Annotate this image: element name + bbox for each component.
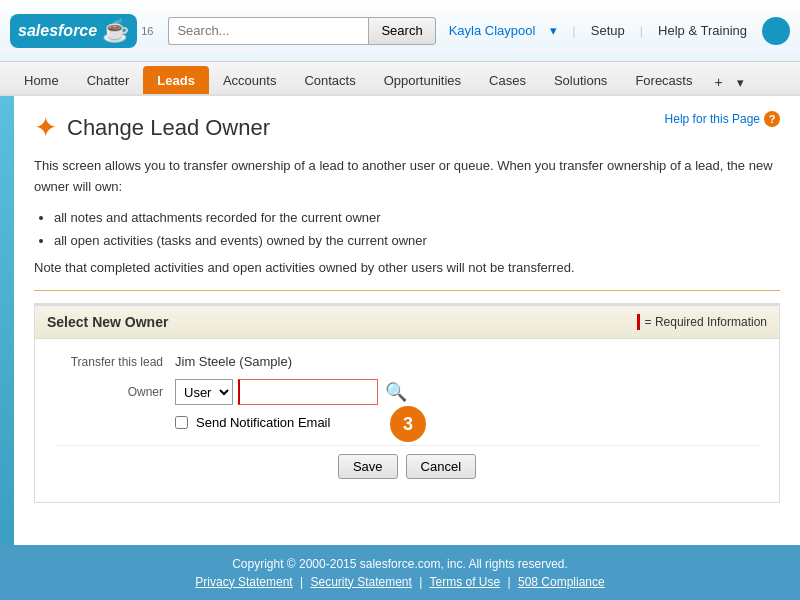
bullet-item-1: all notes and attachments recorded for t… [54,206,780,229]
header: salesforce ☕ 16 Search Kayla Claypool ▾ … [0,0,800,62]
help-for-page-link[interactable]: Help for this Page ? [665,111,780,127]
owner-name-input[interactable] [238,379,378,405]
action-buttons: Save Cancel [55,445,759,487]
lead-icon: ✦ [34,111,57,144]
note-text: Note that completed activities and open … [34,260,780,275]
nav-opportunities[interactable]: Opportunities [370,66,475,94]
step-badge: 3 [390,406,426,442]
header-links: Kayla Claypool ▾ | Setup | Help & Traini… [449,17,790,45]
logo-version: 16 [141,25,153,37]
bullet-item-2: all open activities (tasks and events) o… [54,229,780,252]
required-bar [637,314,640,330]
search-input[interactable] [168,17,368,45]
logo-icon: ☕ [102,18,129,44]
nav-contacts[interactable]: Contacts [290,66,369,94]
page-header: ✦ Change Lead Owner Help for this Page ? [34,111,780,144]
save-button[interactable]: Save [338,454,398,479]
owner-input-group: User 🔍 [175,379,409,405]
nav-forecasts[interactable]: Forecasts [621,66,706,94]
page-title: Change Lead Owner [67,115,270,141]
owner-lookup-button[interactable]: 🔍 [383,379,409,405]
avatar [762,17,790,45]
divider [34,290,780,291]
footer-copyright: Copyright © 2000-2015 salesforce.com, in… [232,557,568,571]
transfer-label: Transfer this lead [55,355,175,369]
form-panel-title: Select New Owner [47,314,168,330]
search-button[interactable]: Search [368,17,435,45]
notification-checkbox[interactable] [175,416,188,429]
footer-links: Privacy Statement | Security Statement |… [195,575,604,589]
search-area: Search [168,17,448,45]
main-content: ✦ Change Lead Owner Help for this Page ?… [14,96,800,545]
privacy-link[interactable]: Privacy Statement [195,575,292,589]
notification-label[interactable]: Send Notification Email [196,415,330,430]
salesforce-logo: salesforce ☕ [10,14,137,48]
transfer-value: Jim Steele (Sample) [175,354,292,369]
footer: Copyright © 2000-2015 salesforce.com, in… [0,545,800,600]
transfer-lead-row: Transfer this lead Jim Steele (Sample) [55,354,759,369]
nav-accounts[interactable]: Accounts [209,66,290,94]
required-label: = Required Information [645,315,767,329]
required-info: = Required Information [637,314,767,330]
page-wrapper: ✦ Change Lead Owner Help for this Page ?… [0,96,800,545]
logo-area: salesforce ☕ 16 [10,14,153,48]
owner-row: Owner User 🔍 [55,379,759,405]
nav-solutions[interactable]: Solutions [540,66,621,94]
nav-arrow[interactable]: ▾ [731,71,750,94]
nav-home[interactable]: Home [10,66,73,94]
description-text: This screen allows you to transfer owner… [34,156,780,198]
nav-plus[interactable]: + [706,70,730,94]
lookup-icon: 🔍 [385,381,407,403]
sep3: | [508,575,511,589]
form-panel: Select New Owner = Required Information … [34,303,780,503]
sep2: | [419,575,422,589]
nav-chatter[interactable]: Chatter [73,66,144,94]
help-circle-icon: ? [764,111,780,127]
compliance-link[interactable]: 508 Compliance [518,575,605,589]
help-training-link[interactable]: Help & Training [658,23,747,38]
page-title-area: ✦ Change Lead Owner [34,111,270,144]
help-for-page-text: Help for this Page [665,112,760,126]
user-name-link[interactable]: Kayla Claypool [449,23,536,38]
security-link[interactable]: Security Statement [310,575,411,589]
navbar: Home Chatter Leads Accounts Contacts Opp… [0,62,800,96]
owner-label: Owner [55,385,175,399]
bullet-list: all notes and attachments recorded for t… [54,206,780,253]
cancel-button[interactable]: Cancel [406,454,476,479]
nav-leads[interactable]: Leads [143,66,209,94]
left-accent [0,96,14,545]
nav-cases[interactable]: Cases [475,66,540,94]
owner-type-select[interactable]: User [175,379,233,405]
terms-link[interactable]: Terms of Use [429,575,500,589]
logo-text: salesforce [18,22,97,40]
sep1: | [300,575,303,589]
user-dropdown-icon[interactable]: ▾ [550,23,557,38]
setup-link[interactable]: Setup [591,23,625,38]
form-panel-header: Select New Owner = Required Information [35,306,779,339]
